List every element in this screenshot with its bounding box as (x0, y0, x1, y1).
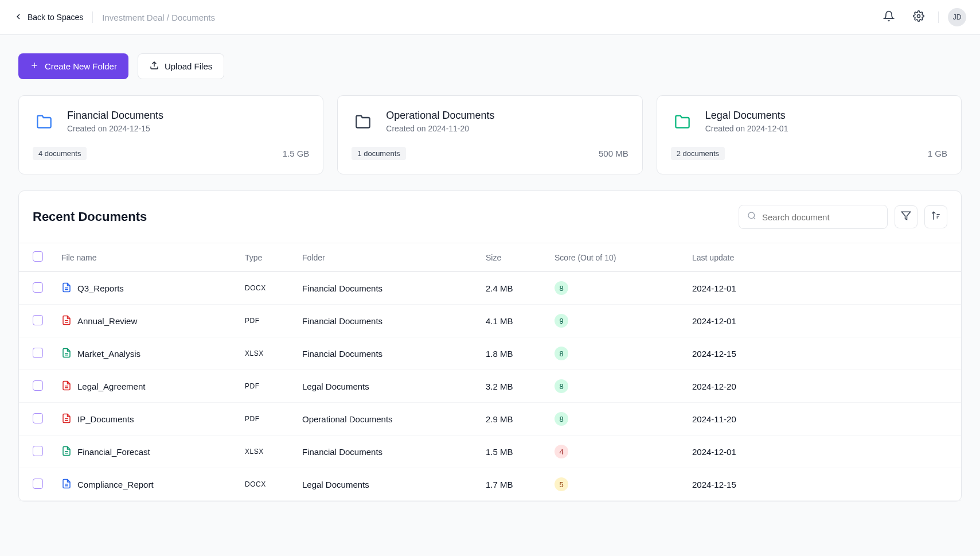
file-updated: 2024-12-01 (683, 436, 961, 468)
file-icon (61, 380, 72, 392)
row-checkbox[interactable] (33, 479, 43, 489)
notifications-button[interactable] (879, 7, 899, 28)
select-all-checkbox[interactable] (33, 251, 43, 262)
breadcrumb: Investment Deal / Documents (102, 13, 215, 22)
file-updated: 2024-12-15 (683, 337, 961, 370)
file-size: 3.2 MB (477, 370, 545, 403)
folder-card[interactable]: Financial DocumentsCreated on 2024-12-15… (18, 95, 323, 174)
file-name: Q3_Reports (77, 283, 124, 293)
file-updated: 2024-12-15 (683, 468, 961, 501)
file-cell: Compliance_Report (61, 479, 227, 491)
action-bar: Create New Folder Upload Files (18, 53, 962, 79)
table-row[interactable]: Annual_ReviewPDFFinancial Documents4.1 M… (19, 305, 961, 337)
folder-top: Legal DocumentsCreated on 2024-12-01 (671, 110, 947, 133)
search-icon (747, 211, 756, 223)
file-icon (61, 282, 72, 294)
folder-card[interactable]: Operational DocumentsCreated on 2024-11-… (337, 95, 642, 174)
col-type[interactable]: Type (236, 243, 293, 272)
table-title: Recent Documents (33, 209, 147, 224)
back-to-spaces-link[interactable]: Back to Spaces (14, 12, 83, 23)
documents-table-container: Recent Documents (18, 190, 962, 501)
row-checkbox[interactable] (33, 380, 43, 391)
score-badge: 9 (555, 314, 568, 328)
folder-card[interactable]: Legal DocumentsCreated on 2024-12-012 do… (657, 95, 962, 174)
gear-icon (913, 10, 924, 24)
file-folder: Operational Documents (293, 403, 477, 436)
row-checkbox[interactable] (33, 348, 43, 358)
filter-button[interactable] (895, 205, 917, 228)
table-row[interactable]: Legal_AgreementPDFLegal Documents3.2 MB8… (19, 370, 961, 403)
file-cell: Financial_Forecast (61, 446, 227, 458)
create-folder-button[interactable]: Create New Folder (18, 53, 128, 79)
search-input[interactable] (762, 212, 879, 222)
divider (92, 11, 93, 23)
upload-files-button[interactable]: Upload Files (138, 53, 224, 79)
svg-line-5 (753, 217, 755, 219)
col-filename[interactable]: File name (52, 243, 236, 272)
file-name: Legal_Agreement (77, 382, 145, 391)
folder-doc-count: 2 documents (671, 147, 725, 160)
file-type: PDF (236, 403, 293, 436)
file-name: IP_Documents (77, 414, 134, 424)
file-icon (61, 348, 72, 360)
col-folder[interactable]: Folder (293, 243, 477, 272)
folder-info: Financial DocumentsCreated on 2024-12-15 (67, 110, 163, 133)
folder-icon (352, 110, 374, 133)
upload-files-label: Upload Files (165, 61, 212, 71)
file-cell: Annual_Review (61, 315, 227, 327)
col-size[interactable]: Size (477, 243, 545, 272)
file-folder: Financial Documents (293, 436, 477, 468)
user-avatar[interactable]: JD (948, 8, 966, 26)
back-link-label: Back to Spaces (28, 13, 83, 22)
documents-table: File name Type Folder Size Score (Out of… (19, 243, 961, 501)
file-name: Annual_Review (77, 316, 137, 326)
file-name: Market_Analysis (77, 349, 140, 359)
row-checkbox[interactable] (33, 413, 43, 423)
file-type: DOCX (236, 272, 293, 305)
file-updated: 2024-12-20 (683, 370, 961, 403)
file-cell: Market_Analysis (61, 348, 227, 360)
file-size: 4.1 MB (477, 305, 545, 337)
main-content: Create New Folder Upload Files Financial… (0, 35, 980, 520)
col-score[interactable]: Score (Out of 10) (545, 243, 683, 272)
create-folder-label: Create New Folder (45, 61, 117, 71)
row-checkbox[interactable] (33, 282, 43, 293)
folder-info: Operational DocumentsCreated on 2024-11-… (386, 110, 494, 133)
col-updated[interactable]: Last update (683, 243, 961, 272)
table-row[interactable]: IP_DocumentsPDFOperational Documents2.9 … (19, 403, 961, 436)
file-folder: Financial Documents (293, 305, 477, 337)
divider (938, 11, 939, 23)
folder-title: Financial Documents (67, 110, 163, 122)
table-row[interactable]: Market_AnalysisXLSXFinancial Documents1.… (19, 337, 961, 370)
file-type: PDF (236, 370, 293, 403)
file-type: XLSX (236, 337, 293, 370)
folder-title: Operational Documents (386, 110, 494, 122)
file-size: 2.4 MB (477, 272, 545, 305)
settings-button[interactable] (908, 7, 929, 28)
table-header-row: File name Type Folder Size Score (Out of… (19, 243, 961, 272)
folder-info: Legal DocumentsCreated on 2024-12-01 (705, 110, 788, 133)
search-box[interactable] (739, 205, 888, 229)
header-left: Back to Spaces Investment Deal / Documen… (14, 11, 215, 23)
row-checkbox[interactable] (33, 446, 43, 456)
folder-top: Financial DocumentsCreated on 2024-12-15 (33, 110, 309, 133)
sort-button[interactable] (924, 205, 947, 228)
folder-grid: Financial DocumentsCreated on 2024-12-15… (18, 95, 962, 174)
score-badge: 5 (555, 477, 568, 491)
file-size: 1.8 MB (477, 337, 545, 370)
file-size: 2.9 MB (477, 403, 545, 436)
file-size: 1.5 MB (477, 436, 545, 468)
upload-icon (150, 61, 159, 72)
table-row[interactable]: Q3_ReportsDOCXFinancial Documents2.4 MB8… (19, 272, 961, 305)
folder-size: 1.5 GB (283, 149, 310, 158)
row-checkbox[interactable] (33, 315, 43, 325)
folder-icon (33, 110, 56, 133)
folder-icon (671, 110, 694, 133)
table-row[interactable]: Compliance_ReportDOCXLegal Documents1.7 … (19, 468, 961, 501)
file-cell: Legal_Agreement (61, 380, 227, 392)
table-row[interactable]: Financial_ForecastXLSXFinancial Document… (19, 436, 961, 468)
file-folder: Legal Documents (293, 370, 477, 403)
file-name: Compliance_Report (77, 480, 154, 489)
svg-point-4 (748, 212, 755, 219)
score-badge: 8 (555, 379, 568, 393)
